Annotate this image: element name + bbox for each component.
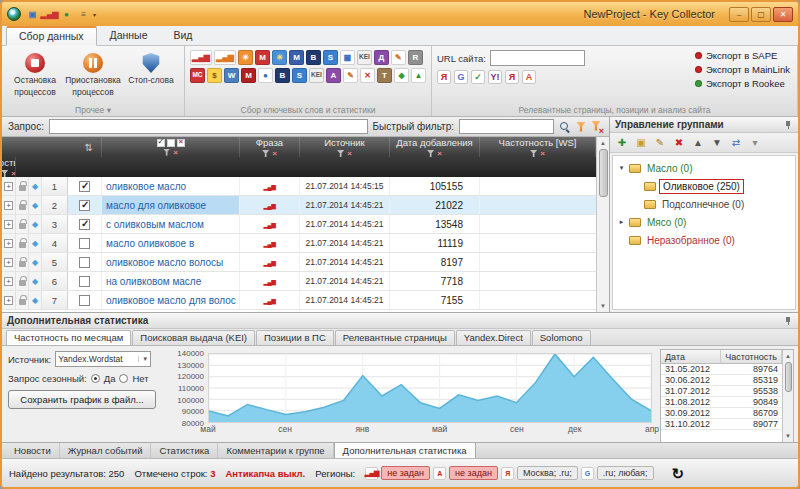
maximize-button[interactable]: ▢ <box>751 7 771 22</box>
row-checkbox[interactable] <box>79 276 90 287</box>
group-label[interactable]: Подсолнечное (0) <box>659 198 747 211</box>
collector-icon[interactable]: ✕ <box>360 68 375 83</box>
scroll-down-icon[interactable]: ▼ <box>600 301 606 311</box>
freq-table-scrollbar[interactable]: ▲ ▼ <box>782 350 793 442</box>
row-expand-icon[interactable] <box>4 201 13 210</box>
seasonal-yes-radio[interactable] <box>91 374 100 383</box>
freq-col-date[interactable]: Дата <box>661 350 721 363</box>
ribbon-big-button[interactable]: Приостановка процессов <box>65 48 121 99</box>
stats-tab[interactable]: Релевантные страницы <box>335 330 455 345</box>
filter-clear-icon[interactable]: × <box>347 150 352 157</box>
group-tree-item[interactable]: Оливковое (250) <box>613 177 795 195</box>
table-row[interactable]: ◆ 6 на оливковом масле ▂▄▆ 21.07.2014 14… <box>2 272 596 291</box>
column-header-checkbox[interactable]: × <box>102 137 240 157</box>
collector-icon[interactable]: МС <box>190 68 205 83</box>
groups-toolbar-icon[interactable]: ▼ <box>710 138 724 148</box>
group-tree-item[interactable]: ▾ Масло (0) <box>613 159 795 177</box>
tree-expand-icon[interactable]: ▸ <box>617 218 626 226</box>
stats-tab[interactable]: Частотность по месяцам <box>6 330 131 345</box>
quick-access-dropdown-icon[interactable]: ▾ <box>93 11 96 18</box>
quick-filter-input[interactable] <box>459 119 554 134</box>
row-checkbox[interactable] <box>79 200 90 211</box>
table-row[interactable]: ◆ 1 оливковое масло ▂▄▆ 21.07.2014 14:45… <box>2 177 596 196</box>
site-analysis-icon[interactable]: Y! <box>488 70 502 84</box>
groups-toolbar-icon[interactable]: ✚ <box>615 138 629 148</box>
quick-access-icon[interactable]: ≡ <box>76 7 91 22</box>
collector-icon[interactable]: М <box>255 50 270 65</box>
stats-tab[interactable]: Поисковая выдача (KEI) <box>132 330 255 345</box>
column-header-freq-quoted-ws[interactable]: Частотность " " [WS] × <box>2 157 16 177</box>
pin-icon[interactable] <box>784 316 793 326</box>
column-header-freq-ws[interactable]: Частотность [WS] × <box>480 137 596 157</box>
region-badge[interactable]: .ru; любая; <box>597 466 654 480</box>
bottom-tab[interactable]: Новости <box>6 443 60 458</box>
export-link[interactable]: Экспорт в Rookee <box>695 78 790 89</box>
collector-icon[interactable]: KEI <box>309 68 324 83</box>
site-analysis-icon[interactable]: А <box>522 70 536 84</box>
collector-icon[interactable]: М <box>241 68 256 83</box>
export-link[interactable]: Экспорт в SAPE <box>695 50 790 61</box>
collector-icon[interactable]: B <box>275 68 290 83</box>
phrase-cell[interactable]: оливковое масло для волос <box>102 291 240 309</box>
row-expand-icon[interactable] <box>4 277 13 286</box>
table-row[interactable]: ◆ 3 с оливковым маслом ▂▄▆ 21.07.2014 14… <box>2 215 596 234</box>
seasonal-no-radio[interactable] <box>119 374 128 383</box>
region-badge[interactable]: Москва; .ru; <box>517 466 578 480</box>
collector-icon[interactable]: B <box>306 50 321 65</box>
collector-icon[interactable]: W <box>224 68 239 83</box>
filter-clear-icon[interactable]: × <box>540 150 545 157</box>
row-expand-icon[interactable] <box>4 258 13 267</box>
row-checkbox[interactable] <box>79 295 90 306</box>
region-badge[interactable]: не задан <box>449 466 498 480</box>
region-badge-group[interactable]: Я Москва; .ru; <box>501 466 578 480</box>
column-header-source[interactable]: Источник × <box>300 137 390 157</box>
collector-icon[interactable]: S <box>292 68 307 83</box>
site-analysis-icon[interactable]: ✓ <box>471 70 485 84</box>
filter-clear-icon[interactable]: × <box>173 149 178 156</box>
table-row[interactable]: ◆ 5 оливковое масло волосы ▂▄▆ 21.07.201… <box>2 253 596 272</box>
row-expand-icon[interactable] <box>4 182 13 191</box>
clear-filter-icon[interactable] <box>591 121 603 133</box>
check-all-icon[interactable] <box>157 139 165 147</box>
group-label[interactable]: Неразобранное (0) <box>644 234 738 247</box>
stats-tab[interactable]: Solomono <box>532 330 591 345</box>
phrase-cell[interactable]: оливковое масло <box>102 177 240 195</box>
filter-funnel-icon[interactable] <box>262 150 269 157</box>
phrase-cell[interactable]: масло оливковое в <box>102 234 240 252</box>
quick-access-icon[interactable]: ▣ <box>25 7 40 22</box>
group-label[interactable]: Масло (0) <box>644 162 696 175</box>
group-label[interactable]: Мясо (0) <box>644 216 689 229</box>
groups-toolbar-icon[interactable]: ▲ <box>691 138 705 148</box>
region-badge-group[interactable]: G .ru; любая; <box>581 466 654 480</box>
refresh-icon[interactable]: ↻ <box>672 466 685 481</box>
row-expand-icon[interactable] <box>4 220 13 229</box>
row-checkbox[interactable] <box>79 257 90 268</box>
ribbon-big-button[interactable]: Стоп-слова <box>123 48 179 99</box>
groups-toolbar-icon[interactable]: ▣ <box>634 138 648 148</box>
site-url-input[interactable] <box>490 50 585 66</box>
collector-icon[interactable]: ▲ <box>411 68 426 83</box>
ribbon-group-label[interactable]: Прочее ▾ <box>2 105 184 115</box>
bottom-tab[interactable]: Дополнительная статистика <box>334 443 476 458</box>
source-select[interactable]: Yandex.Wordstat ▼ <box>55 351 151 367</box>
collector-icon[interactable]: $ <box>207 68 222 83</box>
collector-icon[interactable]: T <box>377 68 392 83</box>
collector-icon[interactable]: R <box>408 50 423 65</box>
minimize-button[interactable]: – <box>729 7 749 22</box>
filter-clear-icon[interactable]: × <box>437 150 442 157</box>
scrollbar-thumb[interactable] <box>785 362 792 392</box>
group-tree-item[interactable]: ▸ Мясо (0) <box>613 213 795 231</box>
scroll-up-icon[interactable]: ▲ <box>785 351 791 361</box>
bottom-tab[interactable]: Комментарии к группе <box>218 443 333 458</box>
collector-icon[interactable]: Д <box>374 50 389 65</box>
invert-check-icon[interactable] <box>177 139 185 147</box>
collector-icon[interactable]: ▂▄▆ <box>190 50 212 65</box>
table-header-gutter[interactable]: ⇅ <box>2 137 102 157</box>
stats-tab[interactable]: Позиции в ПС <box>256 330 334 345</box>
row-checkbox[interactable] <box>79 219 90 230</box>
uncheck-all-icon[interactable] <box>167 139 175 147</box>
table-row[interactable]: ◆ 4 масло оливковое в ▂▄▆ 21.07.2014 14:… <box>2 234 596 253</box>
site-analysis-icon[interactable]: G <box>454 70 468 84</box>
group-label[interactable]: Оливковое (250) <box>659 179 744 194</box>
phrase-cell[interactable]: с оливковым маслом <box>102 215 240 233</box>
